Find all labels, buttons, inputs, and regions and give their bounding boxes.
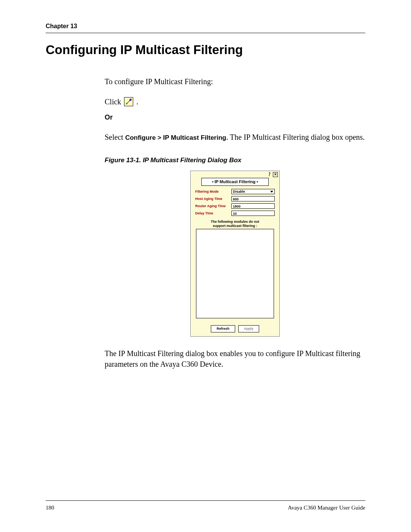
host-aging-label: Host Aging Time: [195, 197, 231, 201]
host-aging-input[interactable]: 600: [231, 196, 275, 201]
select-suffix: . The IP Multicast Filtering dialog box …: [226, 133, 365, 141]
svg-point-2: [129, 99, 131, 101]
page-number: 180: [46, 505, 54, 511]
or-label: Or: [105, 113, 365, 122]
dialog-footer: Refresh Apply: [191, 321, 279, 336]
host-aging-row: Host Aging Time 600: [195, 196, 275, 201]
intro-text: To configure IP Multicast Filtering:: [105, 76, 365, 87]
modules-caption: The following modules do not support mul…: [195, 220, 275, 228]
modules-list[interactable]: [196, 229, 274, 318]
delay-time-label: Delay Time: [195, 211, 231, 216]
filtering-mode-label: Filtering Mode: [195, 189, 231, 194]
svg-marker-4: [270, 191, 273, 193]
svg-point-1: [126, 103, 127, 104]
menu-path: Configure > IP Multicast Filtering: [125, 134, 226, 141]
figure-caption: Figure 13-1. IP Multicast Filtering Dial…: [105, 156, 365, 165]
svg-point-3: [269, 176, 269, 177]
dialog-titlebar: ✕: [191, 171, 279, 177]
click-instruction: Click .: [105, 96, 365, 107]
router-aging-input[interactable]: 1800: [231, 203, 275, 209]
help-icon[interactable]: [266, 172, 271, 177]
chapter-label: Chapter 13: [46, 23, 365, 30]
doc-title: Avaya C360 Manager User Guide: [288, 505, 365, 511]
after-text: The IP Multicast Filtering dialog box en…: [105, 348, 365, 369]
router-aging-label: Router Aging Time: [195, 204, 231, 209]
filtering-mode-value: Disable: [232, 189, 269, 194]
filtering-mode-select[interactable]: Disable: [231, 189, 275, 194]
select-prefix: Select: [105, 133, 125, 141]
filtering-mode-row: Filtering Mode Disable: [195, 189, 275, 194]
chevron-down-icon: [269, 189, 274, 194]
header-rule: [46, 33, 365, 33]
refresh-button[interactable]: Refresh: [211, 325, 235, 332]
click-suffix: .: [136, 96, 138, 107]
router-aging-row: Router Aging Time 1800: [195, 203, 275, 209]
delay-time-input[interactable]: 10: [231, 211, 275, 216]
select-instruction: Select Configure > IP Multicast Filterin…: [105, 132, 365, 142]
multicast-toolbar-icon: [124, 97, 133, 106]
click-prefix: Click: [105, 96, 121, 107]
section-title: Configuring IP Multicast Filtering: [46, 43, 365, 57]
ip-multicast-dialog: ✕ • IP Multicast Filtering • Filtering M…: [190, 171, 280, 337]
delay-time-row: Delay Time 10: [195, 211, 275, 216]
apply-button[interactable]: Apply: [238, 325, 259, 332]
close-icon[interactable]: ✕: [273, 172, 278, 177]
footer-rule: [46, 500, 365, 501]
dialog-title: • IP Multicast Filtering •: [201, 178, 269, 186]
